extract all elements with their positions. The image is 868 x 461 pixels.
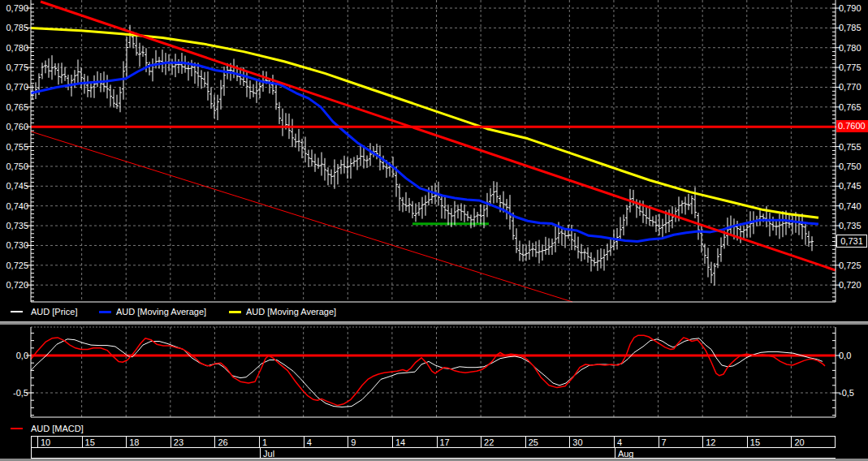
ma-fast-legend-label: AUD [Moving Average] [116, 306, 206, 317]
pane-splitter[interactable] [0, 321, 868, 325]
price-tick-label: 0,725 [839, 260, 868, 271]
day-cell: 15 [747, 437, 792, 447]
price-tick-label: 0,725 [0, 260, 28, 271]
price-tick-label: 0,770 [0, 81, 28, 93]
macd-pane[interactable]: 0,00,0-0,5-0,5 AUD [MACD] [0, 325, 868, 436]
ma-fast-line [31, 62, 818, 241]
price-tick-label: 0,790 [0, 2, 28, 14]
price-tick-label: 0,745 [0, 180, 28, 192]
price-tick-label: 0,720 [0, 279, 28, 291]
price-tick-label: 0,720 [839, 279, 868, 291]
price-tick-label: 0,755 [839, 141, 868, 153]
macd-legend-label: AUD [MACD] [31, 423, 84, 434]
price-tick-label: 0,770 [839, 81, 868, 93]
day-cell: 30 [569, 437, 614, 447]
date-axis: 1015182326149141722253047121520JulAug [31, 436, 836, 459]
day-cell: 12 [702, 437, 747, 447]
day-cell: 4 [304, 437, 348, 447]
price-tick-label: 0,740 [0, 200, 28, 212]
day-cell: 20 [791, 437, 836, 447]
day-cell: 10 [37, 437, 82, 447]
price-tick-label: 0,755 [0, 141, 28, 153]
price-tick-label: 0,760 [0, 121, 28, 132]
price-tick-label: 0,735 [0, 220, 28, 231]
day-cell: 9 [348, 437, 392, 447]
price-tick-label: 0,740 [839, 200, 868, 212]
price-tick-label: 0,730 [0, 239, 28, 251]
day-cell: 25 [525, 437, 570, 447]
price-level-value: 0.7600 [838, 121, 866, 131]
ma-slow-legend-dash-icon [229, 311, 241, 313]
chart-window: 0,7900,7900,7850,7850,7800,7800,7750,775… [0, 0, 868, 461]
price-tick-label: 0,785 [839, 22, 868, 33]
month-row: JulAug [31, 448, 836, 459]
price-tick-label: 0,745 [839, 180, 868, 192]
macd-legend-dash-icon [11, 428, 23, 429]
macd-legend: AUD [MACD] [0, 422, 868, 436]
price-tick-label: 0,750 [839, 161, 868, 172]
price-tick-label: 0,790 [839, 2, 868, 14]
day-cell: 4 [614, 437, 659, 447]
day-cell: 22 [481, 437, 525, 447]
price-tick-label: 0,765 [0, 101, 28, 113]
price-tick-label: 0,735 [839, 220, 868, 231]
day-cell: 14 [392, 437, 437, 447]
price-tick-label: 0,780 [0, 42, 28, 54]
main-legend: AUD [Price] AUD [Moving Average] AUD [Mo… [0, 305, 868, 319]
price-legend-label: AUD [Price] [31, 306, 77, 317]
price-tick-label: 0,750 [0, 161, 28, 172]
last-price-label: 0,731 [836, 235, 867, 248]
upper-trendline [41, 2, 836, 270]
day-cell: 26 [214, 437, 259, 447]
price-tick-label: 0,775 [839, 62, 868, 73]
price-tick-label: 0,785 [0, 22, 28, 33]
macd-chart-canvas[interactable] [0, 325, 868, 436]
ma-fast-legend-dash-icon [99, 311, 111, 313]
day-cell: 18 [126, 437, 171, 447]
macd-tick-label: 0,0 [839, 350, 868, 361]
ma-slow-legend-label: AUD [Moving Average] [246, 306, 336, 317]
day-cell: 1 [259, 437, 304, 447]
price-pane[interactable]: 0,7900,7900,7850,7850,7800,7800,7750,775… [0, 0, 868, 321]
day-cell: 7 [659, 437, 703, 447]
month-cell: Jul [260, 448, 615, 458]
last-price-value: 0,731 [840, 236, 863, 246]
price-level-label: 0.7600 [836, 120, 868, 132]
signal-line [31, 335, 825, 405]
macd-tick-label: -0,5 [839, 387, 868, 399]
price-tick-label: 0,780 [839, 42, 868, 54]
macd-tick-label: -0,5 [0, 387, 28, 399]
price-legend-dash-icon [11, 311, 23, 312]
day-cell: 15 [82, 437, 127, 447]
macd-tick-label: 0,0 [0, 350, 28, 361]
month-cell: Aug [615, 448, 836, 458]
price-tick-label: 0,765 [839, 101, 868, 113]
day-cell: 23 [171, 437, 215, 447]
day-cell: 17 [437, 437, 482, 447]
price-tick-label: 0,775 [0, 62, 28, 73]
price-bars [31, 25, 814, 286]
day-row: 1015182326149141722253047121520 [31, 436, 836, 448]
price-chart-canvas[interactable] [0, 0, 868, 321]
lead-cell [31, 437, 37, 447]
